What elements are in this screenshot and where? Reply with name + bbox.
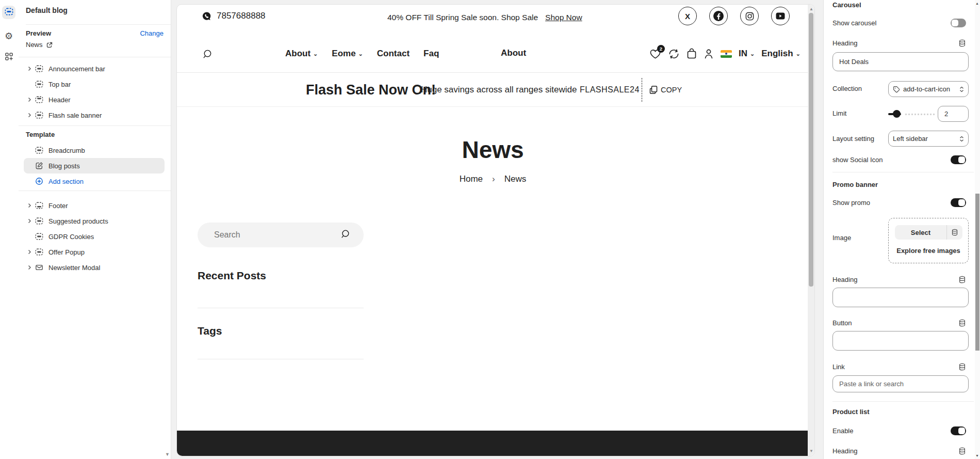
promo-link-input[interactable]	[832, 375, 969, 392]
cart-bag-icon[interactable]	[687, 48, 697, 59]
account-user-icon[interactable]	[704, 48, 714, 59]
store-phone-number: 7857688888	[217, 11, 266, 21]
limit-slider[interactable]	[888, 109, 935, 118]
show-promo-toggle[interactable]	[951, 198, 966, 207]
layout-setting-select[interactable]: Left sidebar	[888, 131, 969, 147]
search-icon[interactable]	[202, 49, 213, 62]
tree-item-flash-sale-banner[interactable]: Flash sale banner	[18, 107, 171, 123]
tree-item-blog-posts[interactable]: Blog posts	[18, 158, 171, 173]
blog-search-input[interactable]	[198, 230, 326, 240]
tree-item-newsletter-modal[interactable]: Newsletter Modal	[18, 260, 171, 275]
dynamic-source-icon[interactable]	[947, 225, 962, 240]
heading-label: Heading	[832, 39, 857, 47]
sections-tree-top: Announcement bar Top bar Header Flash sa…	[18, 61, 171, 123]
app-rail: ⚙	[0, 0, 18, 459]
explore-free-images-link[interactable]: Explore free images	[889, 247, 968, 255]
chevron-right-icon[interactable]	[27, 265, 34, 270]
tree-item-footer[interactable]: Footer	[18, 198, 171, 213]
compare-refresh-icon[interactable]	[668, 49, 680, 59]
store-topbar: 7857688888 40% OFF Till Spring Sale soon…	[177, 5, 809, 35]
shop-now-link[interactable]: Shop Now	[545, 13, 582, 22]
chevron-right-icon[interactable]	[27, 218, 34, 224]
tree-item-offer-popup[interactable]: Offer Popup	[18, 244, 171, 260]
preview-scrollbar-thumb[interactable]	[809, 13, 813, 287]
youtube-icon[interactable]	[771, 7, 790, 25]
window-scrollbar-thumb[interactable]	[975, 194, 979, 351]
page-title: News	[177, 136, 809, 164]
preview-scroll-up-arrow[interactable]: ▲	[809, 7, 813, 11]
collection-select[interactable]: add-to-cart-icon	[888, 81, 969, 97]
promo-heading-input[interactable]	[832, 288, 969, 307]
copy-code-button[interactable]: COPY	[649, 85, 682, 94]
theme-settings-rail-button[interactable]: ⚙	[2, 29, 15, 43]
tree-item-header[interactable]: Header	[18, 92, 171, 107]
promo-button-input[interactable]	[832, 331, 969, 351]
tree-item-breadcrumb[interactable]: Breadcrumb	[18, 143, 171, 158]
tree-item-gdpr-cookies[interactable]: GDPR Cookies	[18, 229, 171, 244]
dynamic-source-icon[interactable]	[958, 319, 966, 327]
dynamic-source-icon[interactable]	[958, 447, 966, 455]
divider	[26, 24, 171, 25]
nav-item-contact[interactable]: Contact	[377, 49, 410, 59]
dynamic-source-icon[interactable]	[958, 276, 966, 283]
add-section-button[interactable]: Add section	[18, 173, 171, 189]
divider	[19, 191, 171, 191]
nav-item-faq[interactable]: Faq	[423, 49, 439, 59]
tree-item-top-bar[interactable]: Top bar	[18, 76, 171, 92]
show-carousel-toggle[interactable]	[951, 19, 966, 27]
language-selector[interactable]: English⌄	[761, 49, 801, 59]
sidebar-scroll-down-arrow[interactable]: ▼	[165, 452, 170, 457]
wishlist-heart-icon[interactable]: 2	[649, 49, 661, 59]
tree-item-announcement-bar[interactable]: Announcement bar	[18, 61, 171, 76]
apps-rail-button[interactable]	[2, 51, 15, 64]
image-select-button[interactable]: Select	[895, 225, 962, 240]
store-phone[interactable]: 7857688888	[202, 11, 266, 21]
store-footer	[177, 431, 809, 456]
chevron-right-icon[interactable]	[27, 66, 34, 71]
section-settings-panel: Carousel Show carousel Heading Collectio…	[823, 0, 980, 459]
change-preview-link[interactable]: Change	[140, 29, 164, 37]
show-social-icon-toggle[interactable]	[951, 155, 966, 164]
chevron-right-icon[interactable]	[27, 249, 34, 255]
country-selector[interactable]: IN⌄	[739, 49, 755, 59]
tree-item-suggested-products[interactable]: Suggested products	[18, 213, 171, 229]
nav-item-about-secondary[interactable]: About	[501, 48, 526, 58]
facebook-icon[interactable]	[709, 7, 728, 25]
preview-scroll-down-arrow[interactable]: ▼	[809, 449, 813, 453]
promo-link-row: Link	[832, 363, 966, 371]
nav-item-eome[interactable]: Eome⌄	[332, 49, 363, 59]
blog-search-box	[198, 223, 364, 247]
nav-item-about[interactable]: About⌄	[285, 49, 318, 59]
twitter-x-icon[interactable]: X	[678, 7, 697, 25]
limit-value-input[interactable]	[938, 106, 969, 122]
chevron-right-icon[interactable]	[27, 203, 34, 208]
product-list-enable-toggle[interactable]	[951, 426, 966, 435]
breadcrumb-home-link[interactable]: Home	[460, 174, 483, 184]
dynamic-source-icon[interactable]	[958, 363, 966, 371]
external-link-icon[interactable]	[46, 42, 53, 48]
store-navbar: About⌄ Eome⌄ Contact Faq About 2	[177, 35, 809, 73]
chevron-right-icon[interactable]	[27, 97, 34, 102]
instagram-icon[interactable]	[740, 7, 759, 25]
dynamic-source-icon[interactable]	[958, 39, 966, 47]
window-scroll-down-arrow[interactable]: ▼	[975, 454, 979, 457]
show-carousel-row: Show carousel	[832, 19, 966, 27]
image-picker: Select Explore free images	[888, 218, 969, 263]
announcement-text: 40% OFF Till Spring Sale soon. Shop Sale	[387, 13, 538, 22]
promo-heading-row: Heading	[832, 276, 966, 283]
sections-rail-button[interactable]	[2, 6, 15, 19]
preview-page-row: News	[26, 41, 53, 49]
search-submit-icon[interactable]	[340, 229, 350, 241]
carousel-heading-input[interactable]	[832, 52, 969, 71]
sections-tree-template: Breadcrumb Blog posts Add section	[18, 143, 171, 189]
limit-slider-handle[interactable]	[893, 110, 901, 118]
header-section-icon	[34, 96, 44, 104]
storefront-preview: 7857688888 40% OFF Till Spring Sale soon…	[176, 4, 815, 456]
flash-sale-subtitle: Huge savings across all ranges sitewide	[421, 85, 577, 95]
window-scrollbar[interactable]: ▲ ▼	[975, 0, 980, 459]
chevron-right-icon[interactable]	[27, 113, 34, 118]
preview-scrollbar[interactable]: ▲ ▼	[808, 5, 814, 456]
sections-tree-bottom: Footer Suggested products GDPR Cookies O…	[18, 198, 171, 275]
window-scroll-up-arrow[interactable]: ▲	[975, 2, 979, 5]
section-icon	[34, 248, 44, 256]
